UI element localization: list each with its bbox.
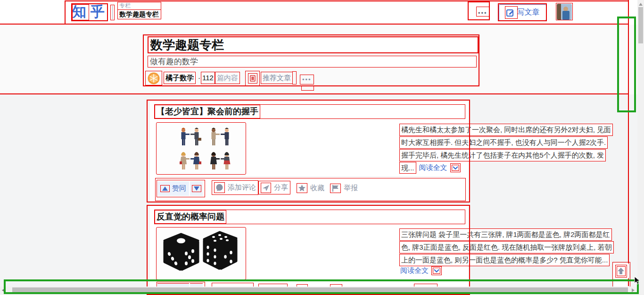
article-thumbnail-dice[interactable] <box>156 227 246 280</box>
column-subtitle: 做有趣的数学 <box>148 56 477 67</box>
comment-button[interactable]: 添加评论 <box>212 180 258 195</box>
comment-icon <box>214 182 225 193</box>
annotation-line <box>65 0 66 25</box>
article-title-row: 【老少皆宜】聚会前的握手 <box>154 104 465 119</box>
column-title: 数学趣题专栏 <box>148 36 479 53</box>
mouse-cursor <box>634 276 640 285</box>
breadcrumb-title[interactable]: 数学趣题专栏 <box>117 10 161 19</box>
excerpt-line: 色, 牌3正面是蓝色, 反面是红色. 现在随机抽取一张牌放到桌上, 若朝 <box>399 241 614 253</box>
write-article-button[interactable]: 写文章 <box>499 4 546 21</box>
scroll-up-arrow[interactable] <box>639 3 643 6</box>
article-count-label: 篇内容 <box>215 72 240 84</box>
chevron-down-icon[interactable] <box>433 268 440 274</box>
scroll-left-arrow[interactable] <box>2 288 5 292</box>
annotation-line <box>0 24 629 25</box>
favorite-label: 收藏 <box>310 184 324 193</box>
author-name[interactable]: 橘子数学 <box>164 72 196 84</box>
upvote-arrow-icon <box>160 185 170 192</box>
report-button[interactable]: 举报 <box>330 182 358 194</box>
excerpt-line: 三张牌问题 袋子里一共有三张牌, 牌1两面都是蓝色, 牌2两面都是红 <box>399 228 612 241</box>
excerpt-line: 握手完毕后, 橘先生统计了包括妻子在内其他5个人握手的次数, 发 <box>399 149 606 161</box>
zhihu-column-page: 知乎 专栏 数学趣题专栏 ••• 写文章 数学趣题专栏 做有趣的数学 橘子数学 … <box>0 0 644 295</box>
article-title-row: 反直觉的概率问题 <box>154 210 465 224</box>
breadcrumb-section[interactable]: 专栏 <box>117 2 161 10</box>
read-more-link[interactable]: 阅读全文 <box>419 163 447 172</box>
comment-label: 添加评论 <box>228 183 256 192</box>
user-avatar[interactable] <box>557 4 572 20</box>
excerpt-line: 现... <box>399 162 416 174</box>
back-to-top-button[interactable] <box>613 263 629 279</box>
site-header: 知乎 专栏 数学趣题专栏 ••• 写文章 <box>0 0 644 25</box>
author-avatar[interactable] <box>145 71 162 85</box>
annotation-box <box>450 163 461 172</box>
share-button[interactable]: 分享 <box>258 181 290 194</box>
share-label: 分享 <box>274 183 288 192</box>
hero-more-icon[interactable]: ••• <box>300 75 314 84</box>
vertical-scrollbar-thumb[interactable] <box>638 7 643 43</box>
downvote-arrow-icon <box>192 185 201 192</box>
chevron-down-icon[interactable] <box>452 165 459 171</box>
article-card: 【老少皆宜】聚会前的握手 <box>150 101 468 201</box>
excerpt-line: 上的一面是蓝色, 则另一面也是蓝色的概率是多少? 凭直觉你可能... <box>399 254 610 266</box>
vertical-scrollbar[interactable] <box>637 0 644 295</box>
excerpt-line: 橘先生和橘太太参加了一次聚会, 同时出席的还有另外2对夫妇, 见面 <box>399 124 613 136</box>
article-thumbnail-handshake[interactable] <box>156 122 246 175</box>
upvote-button[interactable]: 赞同 <box>157 181 189 196</box>
horizontal-scrollbar[interactable] <box>0 287 637 294</box>
write-article-label: 写文章 <box>517 8 540 17</box>
annotation-box <box>301 85 314 91</box>
recommend-label[interactable]: 推荐文章 <box>261 72 293 84</box>
flag-icon <box>330 184 341 193</box>
article-card: 反直觉的概率问题 <box>150 206 468 295</box>
up-arrow-icon <box>617 267 625 275</box>
horizontal-scrollbar-thumb[interactable] <box>12 287 628 293</box>
upvote-label: 赞同 <box>172 184 186 193</box>
recommend-icon-outer[interactable] <box>245 71 260 86</box>
excerpt-last-row: 现... 阅读全文 <box>399 162 461 174</box>
annotation-box <box>292 71 297 84</box>
share-icon <box>261 183 271 193</box>
article-title[interactable]: 反直觉的概率问题 <box>155 210 226 224</box>
article-count: 112 <box>201 72 215 84</box>
read-more-row: 阅读全文 <box>400 266 442 275</box>
annotation-box <box>431 266 442 275</box>
report-label: 举报 <box>344 184 358 193</box>
book-icon <box>248 73 257 84</box>
breadcrumb: 专栏 数学趣题专栏 <box>117 2 161 19</box>
annotation-line <box>65 0 629 1</box>
scroll-right-arrow[interactable] <box>632 288 635 292</box>
downvote-button[interactable] <box>190 181 203 196</box>
column-hero: 数学趣题专栏 做有趣的数学 橘子数学 · 112 篇内容 推荐文章 ••• <box>0 25 644 94</box>
header-more-icon[interactable]: ••• <box>478 10 487 16</box>
zhihu-logo[interactable]: 知乎 <box>72 3 109 20</box>
annotation-line <box>0 93 629 94</box>
card-divider <box>157 177 461 177</box>
favorite-button[interactable]: 收藏 <box>297 181 324 195</box>
read-more-link[interactable]: 阅读全文 <box>400 266 429 275</box>
star-icon <box>297 183 307 193</box>
annotation-line <box>628 0 629 286</box>
article-title[interactable]: 【老少皆宜】聚会前的握手 <box>155 105 260 118</box>
header-divider <box>112 6 113 19</box>
article-feed: 【老少皆宜】聚会前的握手 <box>0 94 644 295</box>
excerpt-line: 时大家互相握手. 但夫妇之间不握手, 也没有人与同一个人握2次手. <box>399 136 608 149</box>
write-icon <box>506 8 514 17</box>
